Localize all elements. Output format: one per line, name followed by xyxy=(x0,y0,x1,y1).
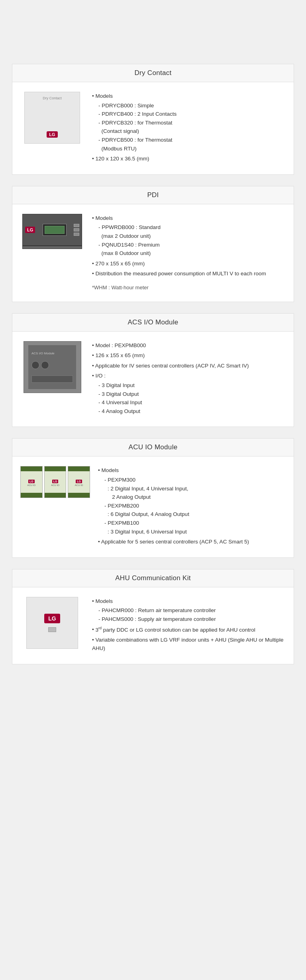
ahu-comm-kit-content: Models PAHCMR000 : Return air temperatur… xyxy=(92,597,286,654)
acu-label-3: ACU IO xyxy=(75,484,83,486)
pdi-base xyxy=(22,246,82,249)
dc-bullet-size: 120 x 120 x 36.5 (mm) xyxy=(92,154,286,163)
acs-bullet-applicable: Applicable for IV series central control… xyxy=(92,362,286,370)
ahu-model-2: PAHCMS000 : Supply air temperature contr… xyxy=(98,615,286,624)
dry-contact-device-img: LG xyxy=(24,92,80,144)
ahu-lg-logo: LG xyxy=(44,614,60,623)
lg-logo-dc: LG xyxy=(47,131,57,138)
acu-model-1: PEXPM300 xyxy=(104,476,286,484)
acu-model-3: PEXPMB100 xyxy=(104,519,286,528)
pdi-title-text: PDI xyxy=(147,191,159,199)
pdi-note: *WHM : Watt-hour meter xyxy=(92,284,286,292)
acu-bullet-applicable: Applicable for 5 series central controll… xyxy=(98,537,286,546)
acu-top-3 xyxy=(68,466,90,471)
pdi-btn-2 xyxy=(74,228,79,231)
acs-circle-1 xyxy=(31,361,39,369)
ahu-models-label: Models xyxy=(95,598,113,604)
dry-contact-card: Dry Contact LG Models PDRYCB000 : Simple… xyxy=(12,64,294,175)
ahu-comm-kit-title: AHU Communication Kit xyxy=(12,569,294,587)
pdi-title: PDI xyxy=(12,186,294,204)
pdi-models-label: Models xyxy=(95,215,113,221)
ahu-port xyxy=(48,627,56,632)
dry-contact-title-text: Dry Contact xyxy=(134,69,171,77)
dc-model-1: PDRYCB000 : Simple xyxy=(98,101,286,110)
ahu-comm-kit-image: LG xyxy=(20,597,84,654)
ahu-model-1: PAHCMR000 : Return air temperature contr… xyxy=(98,606,286,615)
acs-bullet-size: 126 x 155 x 65 (mm) xyxy=(92,351,286,360)
acs-bullet-model: Model : PEXPMB000 xyxy=(92,341,286,350)
acu-model-2: PEXPMB200 xyxy=(104,502,286,510)
pdi-image: LG xyxy=(20,214,84,292)
acu-io-title: ACU IO Module xyxy=(12,439,294,456)
acu-lg-2: LG xyxy=(52,480,59,483)
ahu-device-img: LG xyxy=(26,597,78,649)
pdi-bullet-size: 270 x 155 x 65 (mm) xyxy=(92,259,286,268)
dry-contact-title: Dry Contact xyxy=(12,64,294,82)
acu-top-2 xyxy=(45,466,66,471)
ahu-bullet-models: Models PAHCMR000 : Return air temperatur… xyxy=(92,597,286,624)
acu-io-module-card: ACU IO Module LG ACU IO LG ACU IO xyxy=(12,438,294,557)
acs-io-di: 3 Digital Input xyxy=(98,381,286,390)
dc-models-label: Models xyxy=(95,93,113,99)
acu-device-img: LG ACU IO LG ACU IO LG ACU IO xyxy=(20,466,90,502)
acu-io-title-text: ACU IO Module xyxy=(129,443,178,451)
acs-circle-2 xyxy=(41,361,49,369)
dc-model-3: PDRYCB320 : for Thermostat (Contact sign… xyxy=(98,119,286,136)
acu-unit-2: LG ACU IO xyxy=(44,466,67,498)
acs-io-title-text: ACS I/O Module xyxy=(128,318,178,326)
acu-unit-3: LG ACU IO xyxy=(68,466,90,498)
pdi-card: PDI LG xyxy=(12,186,294,302)
pdi-model-1: PPWRDB000 : Standard (max 2 Outdoor unit… xyxy=(98,223,286,240)
pdi-bullet-models: Models PPWRDB000 : Standard (max 2 Outdo… xyxy=(92,214,286,258)
dry-contact-content: Models PDRYCB000 : Simple PDRYCB400 : 2 … xyxy=(92,92,286,165)
acu-model-2-desc: : 6 Digital Output, 4 Analog Output xyxy=(104,510,286,519)
ahu-bullet-variable: Variable combinations with LG VRF indoor… xyxy=(92,636,286,653)
pdi-device-img: LG xyxy=(22,214,82,246)
acu-io-content: Models PEXPM300 : 2 Digital Input, 4 Uni… xyxy=(98,466,286,547)
acu-bottom-3 xyxy=(68,493,90,498)
acu-models-label: Models xyxy=(101,467,119,473)
ahu-comm-kit-card: AHU Communication Kit LG Models PAHCMR00… xyxy=(12,569,294,664)
acu-bottom-1 xyxy=(21,493,42,498)
pdi-screen-inner xyxy=(45,226,65,234)
acu-lg-1: LG xyxy=(28,480,35,483)
ahu-comm-kit-title-text: AHU Communication Kit xyxy=(115,574,191,582)
dc-bullet-models: Models PDRYCB000 : Simple PDRYCB400 : 2 … xyxy=(92,92,286,153)
acs-io-content: Model : PEXPMB000 126 x 155 x 65 (mm) Ap… xyxy=(92,341,286,417)
acs-io-image: ACS I/O Module xyxy=(20,341,84,417)
acu-io-image: LG ACU IO LG ACU IO LG ACU IO xyxy=(20,466,90,547)
ahu-bullet-ddc: 3rd party DDC or LG control solution can… xyxy=(92,625,286,634)
acs-io-ao: 4 Analog Output xyxy=(98,407,286,416)
acs-bar xyxy=(31,375,73,383)
pdi-bullet-distribution: Distribution the measured power consumpt… xyxy=(92,269,286,278)
acs-io-do: 3 Digital Output xyxy=(98,390,286,399)
acs-bullet-io: I/O : 3 Digital Input 3 Digital Output 4… xyxy=(92,371,286,415)
pdi-btn-1 xyxy=(74,224,79,227)
acs-circles xyxy=(31,361,49,369)
acs-inner: ACS I/O Module xyxy=(28,345,76,389)
pdi-model-2: PQNUD1S40 : Premium (max 8 Outdoor unit) xyxy=(98,241,286,258)
pdi-content: Models PPWRDB000 : Standard (max 2 Outdo… xyxy=(92,214,286,292)
acu-unit-1: LG ACU IO xyxy=(20,466,43,498)
acu-label-1: ACU IO xyxy=(27,484,36,486)
acs-device-img: ACS I/O Module xyxy=(24,341,81,393)
pdi-buttons xyxy=(74,224,79,236)
acs-label: ACS I/O Module xyxy=(31,352,55,355)
acs-io-title: ACS I/O Module xyxy=(12,314,294,332)
dc-model-4: PDRYCB500 : for Thermostat (Modbus RTU) xyxy=(98,136,286,153)
pdi-screen xyxy=(43,224,67,236)
pdi-btn-3 xyxy=(74,233,79,236)
dry-contact-image: LG xyxy=(20,92,84,165)
acu-model-1-desc: : 2 Digital Input, 4 Universal Input, 2 … xyxy=(104,484,286,502)
acu-lg-3: LG xyxy=(76,480,82,483)
acu-top-1 xyxy=(21,466,42,471)
acs-io-ui: 4 Universal Input xyxy=(98,398,286,407)
pdi-lg-logo: LG xyxy=(25,227,35,233)
acu-label-2: ACU IO xyxy=(51,484,59,486)
acu-bullet-models: Models PEXPM300 : 2 Digital Input, 4 Uni… xyxy=(98,466,286,536)
acu-model-3-desc: : 3 Digital Input, 6 Universal Input xyxy=(104,528,286,536)
acu-bottom-2 xyxy=(45,493,66,498)
acs-io-module-card: ACS I/O Module ACS I/O Module Model : PE… xyxy=(12,313,294,427)
dc-model-2: PDRYCB400 : 2 Input Contacts xyxy=(98,110,286,119)
